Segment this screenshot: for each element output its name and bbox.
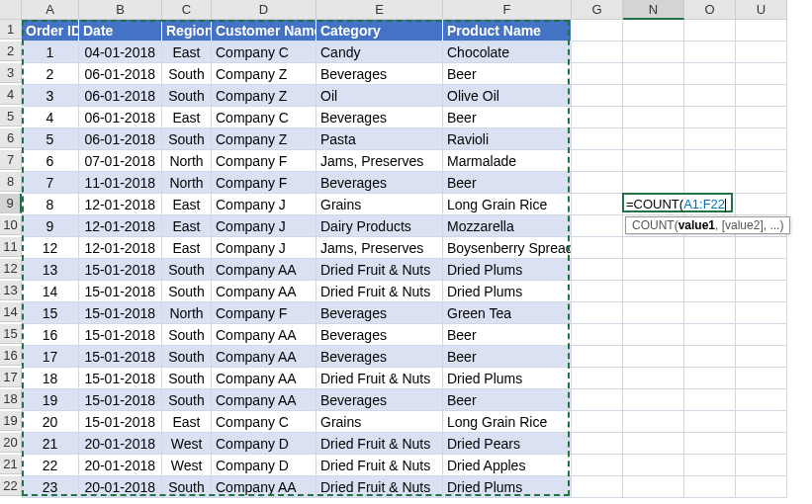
- empty-cell[interactable]: [736, 42, 787, 63]
- table-header-cell[interactable]: Product Name: [443, 20, 572, 42]
- table-header-cell[interactable]: Date: [79, 20, 162, 42]
- empty-cell[interactable]: [572, 324, 623, 346]
- row-header-16[interactable]: 16: [0, 346, 22, 366]
- row-header-19[interactable]: 19: [0, 411, 22, 431]
- data-cell[interactable]: Company J: [212, 194, 316, 215]
- data-cell[interactable]: Mozzarella: [443, 215, 572, 237]
- empty-cell[interactable]: [572, 128, 623, 150]
- row-header-13[interactable]: 13: [0, 281, 22, 300]
- data-cell[interactable]: Beer: [443, 324, 572, 346]
- empty-cell[interactable]: [623, 237, 684, 259]
- empty-cell[interactable]: [684, 411, 736, 433]
- empty-cell[interactable]: [736, 237, 787, 259]
- data-cell[interactable]: 20: [22, 411, 79, 433]
- data-cell[interactable]: 18: [22, 368, 79, 389]
- data-cell[interactable]: East: [162, 194, 212, 215]
- data-cell[interactable]: Beer: [443, 107, 572, 128]
- row-header-8[interactable]: 8: [0, 172, 22, 192]
- data-cell[interactable]: South: [162, 368, 212, 389]
- empty-cell[interactable]: [572, 194, 623, 215]
- data-cell[interactable]: 3: [22, 85, 79, 107]
- empty-cell[interactable]: [736, 172, 787, 194]
- data-cell[interactable]: 5: [22, 128, 79, 150]
- data-cell[interactable]: Dried Fruit & Nuts: [316, 455, 443, 476]
- data-cell[interactable]: 06-01-2018: [79, 63, 162, 85]
- data-cell[interactable]: 4: [22, 107, 79, 128]
- data-cell[interactable]: North: [162, 302, 212, 324]
- empty-cell[interactable]: [736, 128, 787, 150]
- data-cell[interactable]: 15-01-2018: [79, 259, 162, 281]
- table-header-cell[interactable]: Order ID: [22, 20, 79, 42]
- row-header-9[interactable]: 9: [0, 194, 22, 213]
- empty-cell[interactable]: [572, 302, 623, 324]
- row-header-1[interactable]: 1: [0, 20, 22, 40]
- empty-cell[interactable]: [572, 85, 623, 107]
- data-cell[interactable]: Company C: [212, 42, 316, 63]
- empty-cell[interactable]: [572, 411, 623, 433]
- empty-cell[interactable]: [684, 302, 736, 324]
- data-cell[interactable]: Oil: [316, 85, 443, 107]
- data-cell[interactable]: 1: [22, 42, 79, 63]
- data-cell[interactable]: 8: [22, 194, 79, 215]
- data-cell[interactable]: Company J: [212, 215, 316, 237]
- data-cell[interactable]: Company AA: [212, 281, 316, 302]
- data-cell[interactable]: Ravioli: [443, 128, 572, 150]
- empty-cell[interactable]: [684, 476, 736, 498]
- empty-cell[interactable]: [572, 389, 623, 411]
- empty-cell[interactable]: [572, 368, 623, 389]
- data-cell[interactable]: Dried Apples: [443, 455, 572, 476]
- data-cell[interactable]: 20-01-2018: [79, 476, 162, 498]
- data-cell[interactable]: East: [162, 42, 212, 63]
- col-header-E[interactable]: E: [316, 0, 443, 20]
- row-header-20[interactable]: 20: [0, 433, 22, 453]
- data-cell[interactable]: Beer: [443, 389, 572, 411]
- data-cell[interactable]: Beer: [443, 63, 572, 85]
- empty-cell[interactable]: [572, 42, 623, 63]
- empty-cell[interactable]: [684, 324, 736, 346]
- data-cell[interactable]: 06-01-2018: [79, 107, 162, 128]
- data-cell[interactable]: Dried Fruit & Nuts: [316, 281, 443, 302]
- data-cell[interactable]: East: [162, 411, 212, 433]
- empty-cell[interactable]: [572, 259, 623, 281]
- empty-cell[interactable]: [623, 42, 684, 63]
- empty-cell[interactable]: [572, 346, 623, 368]
- empty-cell[interactable]: [736, 150, 787, 172]
- empty-cell[interactable]: [684, 172, 736, 194]
- data-cell[interactable]: Dried Plums: [443, 281, 572, 302]
- table-header-cell[interactable]: Customer Name: [212, 20, 316, 42]
- data-cell[interactable]: Dried Pears: [443, 433, 572, 455]
- data-cell[interactable]: 12-01-2018: [79, 237, 162, 259]
- data-cell[interactable]: Jams, Preserves: [316, 237, 443, 259]
- empty-cell[interactable]: [623, 476, 684, 498]
- data-cell[interactable]: Chocolate: [443, 42, 572, 63]
- spreadsheet-grid[interactable]: ABCDEFGNOU1Order IDDateRegionCustomer Na…: [0, 0, 812, 498]
- data-cell[interactable]: South: [162, 281, 212, 302]
- data-cell[interactable]: 21: [22, 433, 79, 455]
- data-cell[interactable]: Company F: [212, 172, 316, 194]
- empty-cell[interactable]: [684, 85, 736, 107]
- data-cell[interactable]: Company AA: [212, 368, 316, 389]
- table-header-cell[interactable]: Region: [162, 20, 212, 42]
- col-header-O[interactable]: O: [684, 0, 736, 20]
- empty-cell[interactable]: [684, 368, 736, 389]
- empty-cell[interactable]: [623, 128, 684, 150]
- empty-cell[interactable]: [623, 85, 684, 107]
- empty-cell[interactable]: [684, 63, 736, 85]
- data-cell[interactable]: Jams, Preserves: [316, 150, 443, 172]
- data-cell[interactable]: South: [162, 63, 212, 85]
- data-cell[interactable]: Long Grain Rice: [443, 194, 572, 215]
- data-cell[interactable]: Green Tea: [443, 302, 572, 324]
- data-cell[interactable]: 06-01-2018: [79, 85, 162, 107]
- data-cell[interactable]: Company C: [212, 107, 316, 128]
- data-cell[interactable]: 15-01-2018: [79, 324, 162, 346]
- empty-cell[interactable]: [684, 150, 736, 172]
- data-cell[interactable]: 20-01-2018: [79, 455, 162, 476]
- empty-cell[interactable]: [572, 63, 623, 85]
- empty-cell[interactable]: [736, 259, 787, 281]
- data-cell[interactable]: Company J: [212, 237, 316, 259]
- empty-cell[interactable]: [736, 346, 787, 368]
- empty-cell[interactable]: [623, 368, 684, 389]
- row-header-22[interactable]: 22: [0, 476, 22, 496]
- data-cell[interactable]: Marmalade: [443, 150, 572, 172]
- data-cell[interactable]: Dried Fruit & Nuts: [316, 476, 443, 498]
